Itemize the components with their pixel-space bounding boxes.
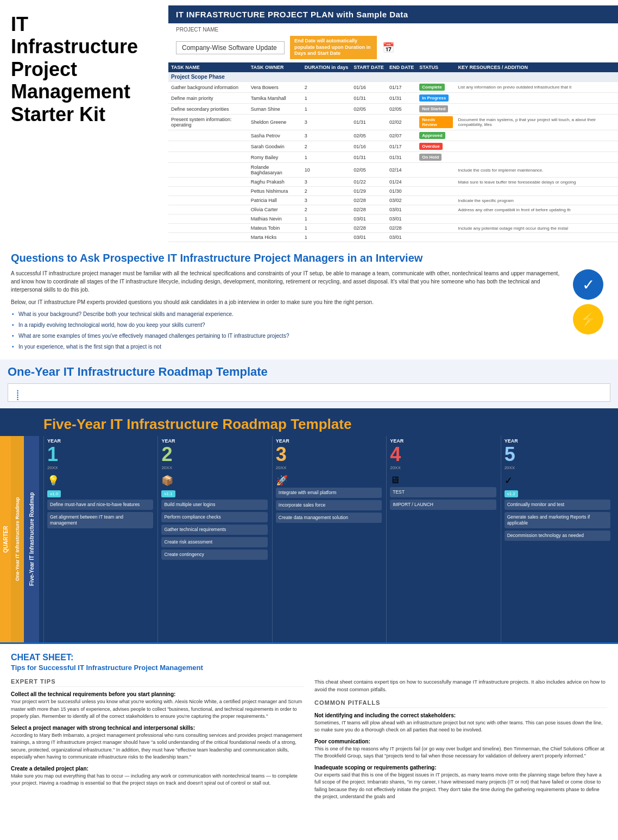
questions-intro: A successful IT infrastructure project m… xyxy=(11,269,560,294)
task-notes xyxy=(456,187,618,196)
pitfall-title: Inadequate scoping or requirements gathe… xyxy=(314,765,607,770)
end-date-note: End Date will automatically populate bas… xyxy=(290,36,377,59)
year-task: IMPORT / LAUNCH xyxy=(390,500,496,510)
task-status xyxy=(417,205,455,214)
project-name-value[interactable]: Company-Wise Software Update xyxy=(176,41,285,54)
task-notes: Document the main systems, p that your p… xyxy=(456,115,618,130)
task-name xyxy=(168,196,248,205)
cheat-sheet-columns: EXPERT TIPS Collect all the technical re… xyxy=(11,678,607,801)
cheat-left-col: EXPERT TIPS Collect all the technical re… xyxy=(11,678,304,801)
status-badge: Approved xyxy=(419,132,445,139)
task-status xyxy=(417,224,455,233)
task-name xyxy=(168,163,248,178)
task-start: 01/31 xyxy=(351,115,387,130)
task-owner: Olivia Carter xyxy=(248,205,302,214)
year-sub: 20XX xyxy=(505,465,610,470)
table-row: Patricia Hall 3 02/28 03/02 Indicate the… xyxy=(168,196,618,205)
task-duration: 2 xyxy=(302,82,351,93)
task-status: Complete xyxy=(417,82,455,93)
year-task: Incorporate sales force xyxy=(276,500,382,510)
pitfall-item: Inadequate scoping or requirements gathe… xyxy=(314,765,607,801)
expert-tip: Select a project manager with strong tec… xyxy=(11,725,304,761)
main-title: IT Infrastructure Project Management Sta… xyxy=(11,13,157,125)
year-task: Decommission technology as needed xyxy=(505,530,610,541)
task-duration: 1 xyxy=(302,214,351,224)
table-row: Define main priority Tamika Marshall 1 0… xyxy=(168,93,618,104)
task-end: 01/31 xyxy=(387,93,417,104)
table-row: Mathias Nevin 1 03/01 03/01 xyxy=(168,214,618,224)
task-end: 01/17 xyxy=(387,82,417,93)
cheat-sheet-subheader: Tips for Successful IT Infrastructure Pr… xyxy=(11,664,607,672)
list-item: In a rapidly evolving technological worl… xyxy=(11,321,560,329)
pitfall-body: Sometimes, IT teams will plow ahead with… xyxy=(314,719,607,734)
task-start: 02/28 xyxy=(351,205,387,214)
task-owner: Raghu Prakash xyxy=(248,178,302,187)
task-duration: 3 xyxy=(302,115,351,130)
task-status xyxy=(417,233,455,242)
year-icon: 🖥 xyxy=(390,475,496,486)
task-duration: 3 xyxy=(302,178,351,187)
year-task: TEST xyxy=(390,487,496,497)
task-owner: Rolande Baghdasaryan xyxy=(248,163,302,178)
tip-title: Collect all the technical requirements b… xyxy=(11,691,304,697)
task-notes xyxy=(456,104,618,115)
year-task: Perform compliance checks xyxy=(161,512,267,522)
year-label: YEAR xyxy=(505,438,610,444)
status-badge: On Hold xyxy=(419,154,442,161)
task-end: 02/28 xyxy=(387,224,417,233)
task-notes xyxy=(456,233,618,242)
task-end: 01/30 xyxy=(387,187,417,196)
task-owner: Mathias Nevin xyxy=(248,214,302,224)
task-duration: 2 xyxy=(302,205,351,214)
pitfall-item: Poor communication: This is one of the t… xyxy=(314,738,607,760)
col-duration: DURATION in days xyxy=(302,62,351,72)
pitfall-title: Poor communication: xyxy=(314,738,607,744)
task-status: In Progress xyxy=(417,93,455,104)
table-row: Rolande Baghdasaryan 10 02/05 02/14 Incl… xyxy=(168,163,618,178)
project-table: TASK NAME TASK OWNER DURATION in days ST… xyxy=(168,62,618,242)
task-name xyxy=(168,233,248,242)
task-owner: Sasha Petrov xyxy=(248,130,302,141)
year-col: YEAR 1 20XX 💡 v1.0 Define must-have and … xyxy=(43,436,156,642)
task-name: Define main priority xyxy=(168,93,248,104)
task-status xyxy=(417,178,455,187)
year-number: 2 xyxy=(161,445,267,464)
task-notes: Indicate the specific program xyxy=(456,196,618,205)
task-duration: 2 xyxy=(302,141,351,152)
table-phase-row: Project Scope Phase xyxy=(168,72,618,82)
tip-body: Your project won't be successful unless … xyxy=(11,698,304,721)
common-pitfalls-content: Not identifying and including the correc… xyxy=(314,712,607,801)
task-owner: Patricia Hall xyxy=(248,196,302,205)
task-notes: Include the costs for implemer maintenan… xyxy=(456,163,618,178)
task-notes xyxy=(456,152,618,163)
task-notes: Make sure to leave buffer time foreseeab… xyxy=(456,178,618,187)
col-start-date: START DATE xyxy=(351,62,387,72)
year-label: YEAR xyxy=(47,438,153,444)
task-owner: Romy Bailey xyxy=(248,152,302,163)
project-plan-panel: IT INFRASTRUCTURE PROJECT PLAN with Samp… xyxy=(168,0,618,242)
calendar-icon: 📅 xyxy=(382,42,394,54)
year-task: Generate sales and marketing Reports if … xyxy=(505,512,610,528)
year-task: Continually monitor and test xyxy=(505,500,610,510)
task-notes xyxy=(456,141,618,152)
task-name xyxy=(168,141,248,152)
five-year-container: QUARTER One-Year IT Infrastructure Roadm… xyxy=(0,436,618,642)
expert-tip: Create a detailed project plan: Make sur… xyxy=(11,766,304,787)
sidebar-one-year-label: One-Year IT Infrastructure Roadmap xyxy=(11,436,24,642)
task-duration: 1 xyxy=(302,93,351,104)
cheat-right-col: This cheat sheet contains expert tips on… xyxy=(314,678,607,801)
task-name xyxy=(168,187,248,196)
year-sub: 20XX xyxy=(47,465,153,470)
phase-name: Project Scope Phase xyxy=(168,72,618,82)
task-owner: Sheldon Greene xyxy=(248,115,302,130)
task-name xyxy=(168,152,248,163)
task-duration: 10 xyxy=(302,163,351,178)
task-end: 03/01 xyxy=(387,214,417,224)
task-start: 01/31 xyxy=(351,93,387,104)
task-end: 02/05 xyxy=(387,104,417,115)
task-owner: Pettus Nishimura xyxy=(248,187,302,196)
year-sub: 20XX xyxy=(276,465,382,470)
task-end: 03/01 xyxy=(387,233,417,242)
task-start: 03/01 xyxy=(351,233,387,242)
table-row: Sasha Petrov 3 02/05 02/07 Approved xyxy=(168,130,618,141)
